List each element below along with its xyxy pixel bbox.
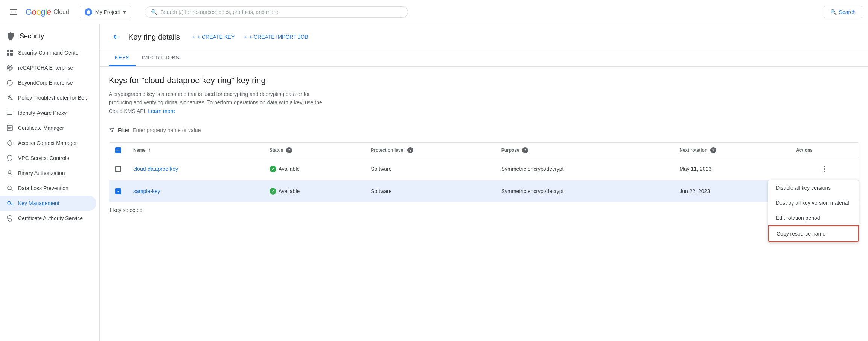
project-selector[interactable]: My Project ▾ [80,6,131,18]
cert-icon [6,124,14,132]
status-available-icon-2 [270,188,276,195]
sidebar-item-access-context-manager[interactable]: Access Context Manager [0,135,99,151]
purpose-help-icon[interactable]: ? [522,147,528,153]
cert2-icon [6,215,14,222]
content-area: Key ring details + + CREATE KEY + + CREA… [100,24,868,341]
sidebar-item-vpc-service-controls[interactable]: VPC Service Controls [0,151,99,166]
table-header-row: Name ↑ Status ? Protection level ? [109,143,859,158]
sidebar-item-label: Policy Troubleshooter for Be... [18,95,89,101]
row-2-status: Available [263,180,365,202]
sidebar-item-label: Security Command Center [18,50,80,56]
sidebar-item-data-loss-prevention[interactable]: Data Loss Prevention [0,181,99,196]
logo-g2: g [41,7,45,17]
row-2-name: sample-key [127,180,263,202]
search-btn-label: Search [839,9,856,15]
sidebar-item-label: Key Management [18,200,59,206]
create-key-label: + CREATE KEY [197,34,235,40]
sidebar-item-recaptcha-enterprise[interactable]: reCAPTCHA Enterprise [0,60,99,75]
sidebar-item-label: Certificate Authority Service [18,215,83,221]
sidebar-header: Security [0,27,99,45]
status-help-icon[interactable]: ? [286,147,292,153]
sidebar-item-policy-troubleshooter[interactable]: Policy Troubleshooter for Be... [0,90,99,105]
svg-rect-0 [7,50,9,52]
row-2-checkbox[interactable] [115,188,121,194]
sidebar-item-label: Data Loss Prevention [18,185,69,191]
context-menu-copy-resource[interactable]: Copy resource name [768,225,859,242]
svg-rect-10 [7,114,12,115]
select-all-checkbox[interactable] [115,147,121,153]
learn-more-link[interactable]: Learn more [148,108,175,114]
sidebar-title: Security [20,32,44,40]
sidebar-item-certificate-authority-service[interactable]: Certificate Authority Service [0,211,99,226]
row-1-checkbox-cell [109,158,127,180]
key-icon [6,199,14,207]
row-2-key-link[interactable]: sample-key [133,188,160,194]
sidebar-item-label: Identity-Aware Proxy [18,110,67,116]
search-bar[interactable]: 🔍 Search (/) for resources, docs, produc… [145,6,408,18]
filter-input[interactable] [132,127,859,133]
sidebar-item-label: Binary Authorization [18,170,65,176]
logo-e: e [47,7,51,17]
row-1-protection: Software [365,158,495,180]
row-1-checkbox[interactable] [115,166,121,172]
row-1-actions-button[interactable] [796,163,853,175]
sidebar-item-key-management[interactable]: Key Management [0,196,96,211]
sidebar-item-binary-authorization[interactable]: Binary Authorization [0,166,99,181]
column-name: Name ↑ [127,143,263,158]
shield-small-icon [6,154,14,162]
context-menu-edit-rotation[interactable]: Edit rotation period [768,210,859,225]
context-menu-destroy-all[interactable]: Destroy all key version material [768,195,859,210]
sidebar-item-label: Certificate Manager [18,125,64,131]
filter-label: Filter [118,127,129,133]
svg-point-14 [8,201,11,204]
svg-rect-3 [10,53,13,56]
column-purpose: Purpose ? [495,143,673,158]
google-cloud-logo: Google Cloud [26,7,69,17]
logo-o2: o [36,7,41,17]
column-actions: Actions [790,143,859,158]
row-1-rotation: May 11, 2023 [673,158,790,180]
rotation-help-icon[interactable]: ? [710,147,716,153]
context-menu-disable-all[interactable]: Disable all key versions [768,180,859,195]
row-1-key-link[interactable]: cloud-dataproc-key [133,166,178,172]
content-body: Keys for "cloud-dataproc-key-ring" key r… [100,67,868,222]
svg-point-12 [9,171,11,173]
status-available-icon [270,166,276,172]
svg-point-7 [7,80,12,85]
sidebar-item-label: BeyondCorp Enterprise [18,80,73,86]
project-icon [85,8,92,16]
row-1-name: cloud-dataproc-key [127,158,263,180]
svg-point-13 [8,186,11,190]
table-row: sample-key Available Software [109,180,859,202]
create-key-button[interactable]: + + CREATE KEY [192,34,235,40]
column-protection-level: Protection level ? [365,143,495,158]
sidebar-item-certificate-manager[interactable]: Certificate Manager [0,120,99,135]
grid-icon [6,49,14,56]
tab-keys[interactable]: KEYS [109,50,136,66]
sidebar-item-security-command-center[interactable]: Security Command Center [0,45,99,60]
filter-bar: Filter [109,124,859,136]
protection-help-icon[interactable]: ? [407,147,413,153]
row-1-purpose: Symmetric encrypt/decrypt [495,158,673,180]
sidebar-item-identity-aware-proxy[interactable]: Identity-Aware Proxy [0,105,99,120]
create-import-job-label: + CREATE IMPORT JOB [249,34,308,40]
search-icon: 🔍 [151,9,157,15]
column-next-rotation: Next rotation ? [673,143,790,158]
main-layout: Security Security Command Center [0,24,868,341]
filter-icon [109,127,115,133]
search-button[interactable]: 🔍 Search [824,6,862,18]
context-menu: Disable all key versions Destroy all key… [768,180,859,242]
person-icon [6,169,14,177]
tab-import-jobs[interactable]: IMPORT JOBS [136,50,185,66]
project-name: My Project [95,9,120,15]
create-import-job-button[interactable]: + + CREATE IMPORT JOB [244,34,308,40]
svg-rect-9 [7,113,12,113]
sidebar-item-beyondcorp-enterprise[interactable]: BeyondCorp Enterprise [0,75,99,90]
sidebar-item-label: VPC Service Controls [18,155,69,161]
table-row: cloud-dataproc-key Available Software [109,158,859,180]
row-2-protection: Software [365,180,495,202]
menu-button[interactable] [6,5,21,20]
logo-o1: o [32,7,37,17]
back-button[interactable] [109,30,122,44]
chevron-down-icon: ▾ [123,8,126,15]
